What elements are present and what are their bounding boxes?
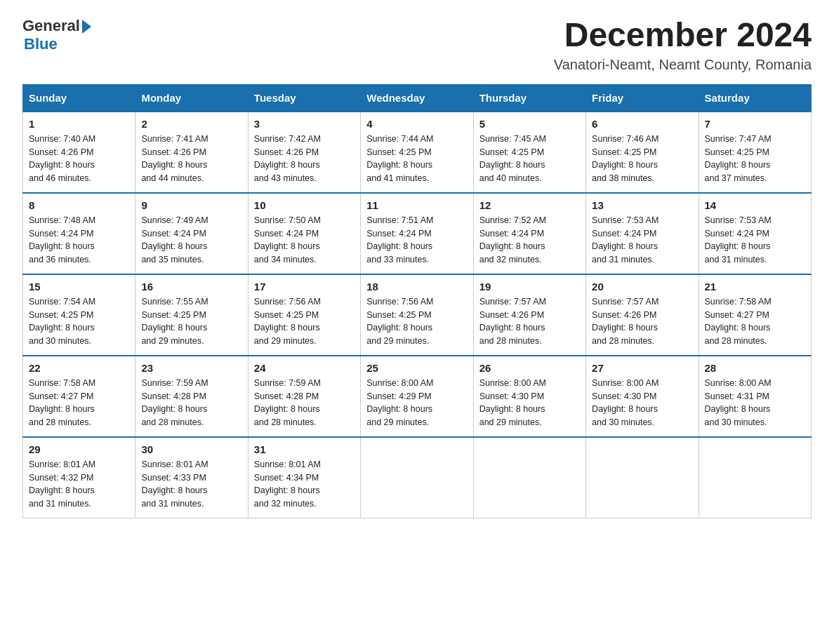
day-number: 12 (479, 199, 580, 211)
calendar-cell: 12Sunrise: 7:52 AM Sunset: 4:24 PM Dayli… (473, 193, 585, 274)
day-of-week-header: Monday (135, 84, 248, 112)
day-number: 29 (29, 443, 129, 455)
calendar-cell: 19Sunrise: 7:57 AM Sunset: 4:26 PM Dayli… (473, 274, 585, 356)
day-info: Sunrise: 7:50 AM Sunset: 4:24 PM Dayligh… (254, 214, 355, 267)
calendar-cell: 20Sunrise: 7:57 AM Sunset: 4:26 PM Dayli… (586, 274, 699, 356)
calendar-cell: 6Sunrise: 7:46 AM Sunset: 4:25 PM Daylig… (586, 112, 699, 193)
calendar-week-row: 1Sunrise: 7:40 AM Sunset: 4:26 PM Daylig… (23, 112, 812, 193)
day-info: Sunrise: 8:00 AM Sunset: 4:29 PM Dayligh… (366, 377, 467, 429)
calendar-cell: 24Sunrise: 7:59 AM Sunset: 4:28 PM Dayli… (248, 356, 360, 437)
calendar-cell: 13Sunrise: 7:53 AM Sunset: 4:24 PM Dayli… (586, 193, 699, 274)
day-info: Sunrise: 7:45 AM Sunset: 4:25 PM Dayligh… (479, 133, 580, 185)
calendar-cell: 21Sunrise: 7:58 AM Sunset: 4:27 PM Dayli… (699, 274, 811, 356)
logo-blue-text: Blue (24, 35, 58, 53)
calendar-week-row: 29Sunrise: 8:01 AM Sunset: 4:32 PM Dayli… (23, 437, 812, 518)
day-info: Sunrise: 7:46 AM Sunset: 4:25 PM Dayligh… (592, 133, 692, 185)
day-number: 28 (705, 362, 805, 374)
day-info: Sunrise: 8:00 AM Sunset: 4:31 PM Dayligh… (705, 377, 805, 429)
day-number: 16 (141, 281, 241, 293)
calendar-header: SundayMondayTuesdayWednesdayThursdayFrid… (23, 84, 812, 112)
calendar-cell: 1Sunrise: 7:40 AM Sunset: 4:26 PM Daylig… (23, 112, 135, 193)
day-info: Sunrise: 7:49 AM Sunset: 4:24 PM Dayligh… (141, 214, 241, 267)
calendar-cell: 15Sunrise: 7:54 AM Sunset: 4:25 PM Dayli… (23, 274, 135, 356)
day-number: 10 (254, 199, 355, 211)
day-number: 5 (479, 118, 580, 130)
day-number: 27 (592, 362, 692, 374)
calendar-cell: 14Sunrise: 7:53 AM Sunset: 4:24 PM Dayli… (699, 193, 811, 274)
logo-arrow-icon (82, 20, 91, 34)
day-number: 18 (366, 281, 467, 293)
day-number: 9 (141, 199, 241, 211)
day-number: 31 (254, 443, 355, 455)
day-info: Sunrise: 8:01 AM Sunset: 4:34 PM Dayligh… (254, 458, 355, 511)
day-number: 17 (254, 281, 355, 293)
day-info: Sunrise: 7:51 AM Sunset: 4:24 PM Dayligh… (366, 214, 467, 267)
logo: General Blue (22, 17, 91, 53)
day-of-week-header: Wednesday (361, 84, 473, 112)
calendar-cell: 29Sunrise: 8:01 AM Sunset: 4:32 PM Dayli… (23, 437, 135, 518)
day-number: 13 (592, 199, 692, 211)
day-info: Sunrise: 7:56 AM Sunset: 4:25 PM Dayligh… (366, 295, 467, 348)
calendar-cell: 17Sunrise: 7:56 AM Sunset: 4:25 PM Dayli… (248, 274, 360, 356)
calendar-cell: 4Sunrise: 7:44 AM Sunset: 4:25 PM Daylig… (361, 112, 473, 193)
day-number: 22 (29, 362, 129, 374)
day-of-week-header: Friday (586, 84, 699, 112)
calendar-week-row: 15Sunrise: 7:54 AM Sunset: 4:25 PM Dayli… (23, 274, 812, 356)
day-info: Sunrise: 7:54 AM Sunset: 4:25 PM Dayligh… (29, 295, 129, 348)
day-info: Sunrise: 7:59 AM Sunset: 4:28 PM Dayligh… (141, 377, 241, 429)
day-number: 2 (141, 118, 241, 130)
day-number: 25 (366, 362, 467, 374)
day-of-week-header: Saturday (699, 84, 811, 112)
day-info: Sunrise: 8:00 AM Sunset: 4:30 PM Dayligh… (592, 377, 692, 429)
day-info: Sunrise: 7:41 AM Sunset: 4:26 PM Dayligh… (141, 133, 241, 185)
day-info: Sunrise: 8:01 AM Sunset: 4:32 PM Dayligh… (29, 458, 129, 511)
day-info: Sunrise: 7:42 AM Sunset: 4:26 PM Dayligh… (254, 133, 355, 185)
calendar-cell: 18Sunrise: 7:56 AM Sunset: 4:25 PM Dayli… (361, 274, 473, 356)
day-info: Sunrise: 7:59 AM Sunset: 4:28 PM Dayligh… (254, 377, 355, 429)
calendar-table: SundayMondayTuesdayWednesdayThursdayFrid… (22, 84, 812, 518)
day-info: Sunrise: 7:55 AM Sunset: 4:25 PM Dayligh… (141, 295, 241, 348)
day-number: 20 (592, 281, 692, 293)
day-number: 1 (29, 118, 129, 130)
day-info: Sunrise: 7:44 AM Sunset: 4:25 PM Dayligh… (366, 133, 467, 185)
day-info: Sunrise: 7:40 AM Sunset: 4:26 PM Dayligh… (29, 133, 129, 185)
day-info: Sunrise: 8:01 AM Sunset: 4:33 PM Dayligh… (141, 458, 241, 511)
calendar-cell (586, 437, 699, 518)
page-subtitle: Vanatori-Neamt, Neamt County, Romania (554, 57, 812, 73)
day-number: 24 (254, 362, 355, 374)
calendar-cell: 10Sunrise: 7:50 AM Sunset: 4:24 PM Dayli… (248, 193, 360, 274)
calendar-cell: 30Sunrise: 8:01 AM Sunset: 4:33 PM Dayli… (135, 437, 248, 518)
days-of-week-row: SundayMondayTuesdayWednesdayThursdayFrid… (23, 84, 812, 112)
calendar-cell: 5Sunrise: 7:45 AM Sunset: 4:25 PM Daylig… (473, 112, 585, 193)
day-number: 15 (29, 281, 129, 293)
day-info: Sunrise: 7:57 AM Sunset: 4:26 PM Dayligh… (479, 295, 580, 348)
day-info: Sunrise: 7:53 AM Sunset: 4:24 PM Dayligh… (592, 214, 692, 267)
logo-general-text: General (22, 17, 80, 35)
day-number: 19 (479, 281, 580, 293)
calendar-cell (699, 437, 811, 518)
day-number: 7 (705, 118, 805, 130)
calendar-cell: 28Sunrise: 8:00 AM Sunset: 4:31 PM Dayli… (699, 356, 811, 437)
calendar-week-row: 22Sunrise: 7:58 AM Sunset: 4:27 PM Dayli… (23, 356, 812, 437)
calendar-cell: 25Sunrise: 8:00 AM Sunset: 4:29 PM Dayli… (361, 356, 473, 437)
calendar-cell: 26Sunrise: 8:00 AM Sunset: 4:30 PM Dayli… (473, 356, 585, 437)
day-number: 30 (141, 443, 241, 455)
day-info: Sunrise: 7:58 AM Sunset: 4:27 PM Dayligh… (29, 377, 129, 429)
day-info: Sunrise: 7:53 AM Sunset: 4:24 PM Dayligh… (705, 214, 805, 267)
calendar-cell: 3Sunrise: 7:42 AM Sunset: 4:26 PM Daylig… (248, 112, 360, 193)
day-number: 26 (479, 362, 580, 374)
calendar-body: 1Sunrise: 7:40 AM Sunset: 4:26 PM Daylig… (23, 112, 812, 518)
calendar-cell: 7Sunrise: 7:47 AM Sunset: 4:25 PM Daylig… (699, 112, 811, 193)
calendar-cell: 11Sunrise: 7:51 AM Sunset: 4:24 PM Dayli… (361, 193, 473, 274)
calendar-week-row: 8Sunrise: 7:48 AM Sunset: 4:24 PM Daylig… (23, 193, 812, 274)
calendar-cell: 8Sunrise: 7:48 AM Sunset: 4:24 PM Daylig… (23, 193, 135, 274)
day-number: 11 (366, 199, 467, 211)
day-info: Sunrise: 7:56 AM Sunset: 4:25 PM Dayligh… (254, 295, 355, 348)
title-block: December 2024 Vanatori-Neamt, Neamt Coun… (554, 17, 812, 73)
calendar-cell (473, 437, 585, 518)
day-number: 21 (705, 281, 805, 293)
day-info: Sunrise: 7:58 AM Sunset: 4:27 PM Dayligh… (705, 295, 805, 348)
day-number: 14 (705, 199, 805, 211)
calendar-cell: 23Sunrise: 7:59 AM Sunset: 4:28 PM Dayli… (135, 356, 248, 437)
day-number: 6 (592, 118, 692, 130)
